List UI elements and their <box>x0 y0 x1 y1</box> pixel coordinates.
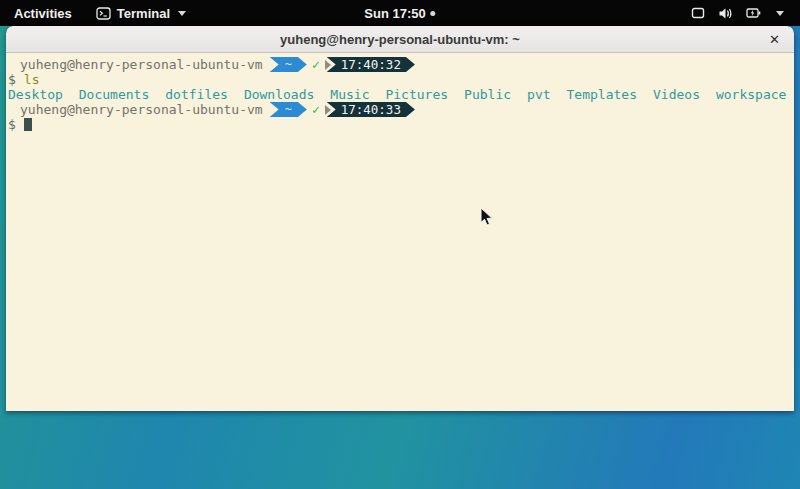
input-line[interactable]: $ <box>8 117 792 132</box>
chevron-right-icon <box>325 60 331 70</box>
prompt-symbol: $ <box>8 72 16 87</box>
directory-name: Videos <box>653 87 700 102</box>
status-check-icon: ✓ <box>312 57 320 72</box>
text-cursor <box>24 118 32 131</box>
prompt-time-segment: 17:40:32 <box>327 57 415 72</box>
command-line: $ ls <box>8 72 792 87</box>
status-check-icon: ✓ <box>312 102 320 117</box>
prompt-symbol: $ <box>8 117 16 132</box>
chevron-down-icon <box>776 11 784 16</box>
chevron-down-icon <box>178 11 186 16</box>
window-titlebar[interactable]: yuheng@henry-personal-ubuntu-vm: ~ ✕ <box>6 26 794 53</box>
directory-name: Public <box>464 87 511 102</box>
clock-label: Sun 17:50 <box>364 6 425 21</box>
prompt-user: yuheng@henry-personal-ubuntu-vm <box>8 102 263 117</box>
activities-button[interactable]: Activities <box>0 0 86 26</box>
display-icon <box>691 7 705 19</box>
directory-name: Desktop <box>8 87 63 102</box>
prompt-line: yuheng@henry-personal-ubuntu-vm ~ ✓ 17:4… <box>8 102 792 117</box>
prompt-path-segment: ~ <box>270 102 307 117</box>
battery-charging-icon <box>746 7 761 19</box>
prompt-path-segment: ~ <box>270 57 307 72</box>
prompt-user: yuheng@henry-personal-ubuntu-vm <box>8 57 263 72</box>
app-menu-label: Terminal <box>117 6 170 21</box>
notification-dot-icon <box>431 11 436 16</box>
top-bar: Activities Terminal Sun 17:50 <box>0 0 800 26</box>
close-icon[interactable]: ✕ <box>769 33 780 46</box>
chevron-right-icon <box>325 105 331 115</box>
volume-icon <box>718 7 733 20</box>
directory-name: Documents <box>79 87 149 102</box>
directory-name: workspace <box>716 87 786 102</box>
terminal-window: yuheng@henry-personal-ubuntu-vm: ~ ✕ yuh… <box>6 26 794 411</box>
terminal-icon <box>96 7 111 20</box>
directory-name: dotfiles <box>165 87 228 102</box>
directory-name: Downloads <box>244 87 314 102</box>
ls-output-line: Desktop Documents dotfiles Downloads Mus… <box>8 87 792 102</box>
command-text: ls <box>24 72 40 87</box>
directory-name: Templates <box>567 87 637 102</box>
prompt-line: yuheng@henry-personal-ubuntu-vm ~ ✓ 17:4… <box>8 57 792 72</box>
window-title: yuheng@henry-personal-ubuntu-vm: ~ <box>280 32 520 47</box>
directory-name: Music <box>330 87 369 102</box>
clock-button[interactable]: Sun 17:50 <box>364 0 435 26</box>
system-tray-button[interactable] <box>681 0 794 26</box>
directory-name: Pictures <box>385 87 448 102</box>
app-menu-button[interactable]: Terminal <box>86 0 196 26</box>
terminal-body[interactable]: yuheng@henry-personal-ubuntu-vm ~ ✓ 17:4… <box>6 53 794 411</box>
prompt-time-segment: 17:40:33 <box>327 102 415 117</box>
directory-name: pvt <box>527 87 550 102</box>
